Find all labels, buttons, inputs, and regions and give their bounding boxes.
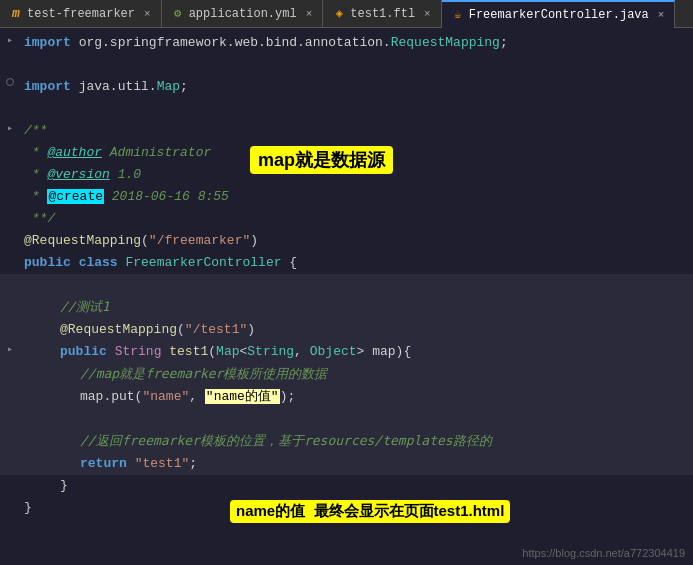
line-content-11: public class FreemarkerController {: [20, 252, 693, 274]
gutter-16: [0, 363, 20, 365]
tab-close-java[interactable]: ×: [658, 9, 665, 21]
code-line-10: @RequestMapping("/freemarker"): [0, 230, 693, 252]
tab-label-java: FreemarkerController.java: [469, 8, 649, 22]
callout-name-display: name的值 最终会显示在页面test1.html: [230, 500, 510, 523]
gutter-7: [0, 164, 20, 166]
gutter-20: [0, 453, 20, 455]
line-content-18: [20, 408, 693, 430]
line-content-21: }: [20, 475, 693, 497]
code-line-3: import java.util.Map;: [0, 76, 693, 98]
line-content-1: import org.springframework.web.bind.anno…: [20, 32, 693, 54]
tab-bar: m test-freemarker × ⚙ application.yml × …: [0, 0, 693, 28]
code-line-15: ▸ public String test1(Map<String, Object…: [0, 341, 693, 363]
gutter-4: [0, 98, 20, 100]
gutter-22: [0, 497, 20, 499]
line-content-14: @RequestMapping("/test1"): [20, 319, 693, 341]
code-line-20: return "test1";: [0, 453, 693, 475]
gutter-6: [0, 142, 20, 144]
code-line-18: [0, 408, 693, 430]
fold-arrow-1[interactable]: ▸: [7, 34, 13, 46]
ftl-icon: ◈: [333, 8, 345, 20]
gutter-15[interactable]: ▸: [0, 341, 20, 355]
tab-label-freemarker: test-freemarker: [27, 7, 135, 21]
gutter-11: [0, 252, 20, 254]
line-content-5: /**: [20, 120, 693, 142]
code-line-8: * @create 2018-06-16 8:55: [0, 186, 693, 208]
gutter-5[interactable]: ▸: [0, 120, 20, 134]
line-content-4: [20, 98, 693, 120]
tab-test1-ftl[interactable]: ◈ test1.ftl ×: [323, 0, 441, 28]
tab-label-ftl: test1.ftl: [350, 7, 415, 21]
maven-icon: m: [10, 8, 22, 20]
line-content-13: //测试1: [20, 296, 693, 319]
gutter-2: [0, 54, 20, 56]
tab-label-yml: application.yml: [189, 7, 297, 21]
gutter-19: [0, 430, 20, 432]
line-content-19: //返回freemarker模板的位置，基于resources/template…: [20, 430, 693, 453]
gutter-13: [0, 296, 20, 298]
gutter-8: [0, 186, 20, 188]
tab-close-freemarker[interactable]: ×: [144, 8, 151, 20]
code-line-4: [0, 98, 693, 120]
gutter-10: [0, 230, 20, 232]
line-content-20: return "test1";: [20, 453, 693, 475]
tab-close-yml[interactable]: ×: [306, 8, 313, 20]
code-line-21: }: [0, 475, 693, 497]
code-line-2: [0, 54, 693, 76]
code-line-12: [0, 274, 693, 296]
line-content-2: [20, 54, 693, 76]
line-content-10: @RequestMapping("/freemarker"): [20, 230, 693, 252]
code-line-1: ▸ import org.springframework.web.bind.an…: [0, 32, 693, 54]
tab-freemarker-controller[interactable]: ☕ FreemarkerController.java ×: [442, 0, 676, 28]
line-content-17: map.put("name", "name的值");: [20, 386, 693, 408]
code-editor: map就是数据源 name的值 最终会显示在页面test1.html ▸ imp…: [0, 28, 693, 565]
line-content-8: * @create 2018-06-16 8:55: [20, 186, 693, 208]
tab-close-ftl[interactable]: ×: [424, 8, 431, 20]
gutter-21: [0, 475, 20, 477]
callout-map-datasource: map就是数据源: [250, 146, 393, 174]
code-line-19: //返回freemarker模板的位置，基于resources/template…: [0, 430, 693, 453]
code-line-9: **/: [0, 208, 693, 230]
code-line-16: //map就是freemarker模板所使用的数据: [0, 363, 693, 386]
csdn-watermark: https://blog.csdn.net/a772304419: [522, 547, 685, 559]
yaml-icon: ⚙: [172, 8, 184, 20]
tab-test-freemarker[interactable]: m test-freemarker ×: [0, 0, 162, 28]
fold-arrow-5[interactable]: ▸: [7, 122, 13, 134]
code-line-5: ▸ /**: [0, 120, 693, 142]
code-line-13: //测试1: [0, 296, 693, 319]
gutter-3: [0, 76, 20, 86]
line-content-16: //map就是freemarker模板所使用的数据: [20, 363, 693, 386]
code-line-11: public class FreemarkerController {: [0, 252, 693, 274]
gutter-12: [0, 274, 20, 276]
line-content-15: public String test1(Map<String, Object> …: [20, 341, 693, 363]
fold-dot-3: [6, 78, 14, 86]
tab-application-yml[interactable]: ⚙ application.yml ×: [162, 0, 324, 28]
gutter-9: [0, 208, 20, 210]
gutter-18: [0, 408, 20, 410]
gutter-14: [0, 319, 20, 321]
code-line-14: @RequestMapping("/test1"): [0, 319, 693, 341]
line-content-12: [20, 274, 693, 296]
fold-arrow-15[interactable]: ▸: [7, 343, 13, 355]
java-icon: ☕: [452, 9, 464, 21]
gutter-17: [0, 386, 20, 388]
code-line-17: map.put("name", "name的值");: [0, 386, 693, 408]
line-content-3: import java.util.Map;: [20, 76, 693, 98]
gutter-1[interactable]: ▸: [0, 32, 20, 46]
line-content-9: **/: [20, 208, 693, 230]
